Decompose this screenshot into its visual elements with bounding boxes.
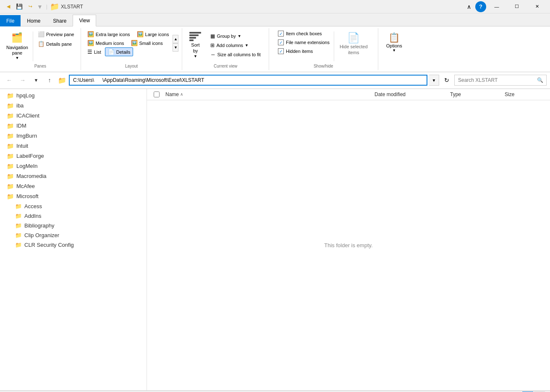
sidebar-item-label: CLR Security Config xyxy=(24,242,74,248)
options-label: Options xyxy=(386,43,402,48)
col-size-header[interactable]: Size xyxy=(503,91,545,98)
up-btn[interactable]: ↑ xyxy=(44,74,55,86)
sort-by-label: Sortby xyxy=(191,42,199,54)
col-date-header[interactable]: Date modified xyxy=(373,91,448,98)
refresh-btn[interactable]: ↻ xyxy=(441,74,453,86)
back-btn[interactable]: ← xyxy=(3,74,15,86)
sidebar-item-iba[interactable]: 📁 iba xyxy=(0,101,147,111)
tab-file[interactable]: File xyxy=(0,15,21,26)
sidebar-item-addins[interactable]: 📁 AddIns xyxy=(0,211,147,221)
sidebar-item-clip-organizer[interactable]: 📁 Clip Organizer xyxy=(0,230,147,240)
hide-selected-btn[interactable]: 📄 Hide selecteditems xyxy=(337,30,371,58)
sidebar-item-hpqLog[interactable]: 📁 hpqLog xyxy=(0,91,147,101)
details-btn[interactable]: 📄 Details xyxy=(105,47,134,56)
folder-icon: 📁 xyxy=(7,183,14,190)
layout-scroll-down[interactable]: ▼ xyxy=(173,43,178,52)
extra-large-icons-btn[interactable]: 🖼️ Extra large icons xyxy=(84,30,133,39)
list-btn[interactable]: ☰ List xyxy=(84,47,104,56)
nav-pane-icon: 🗂️ xyxy=(11,32,23,44)
title-controls: ∧ ? — ☐ ✕ xyxy=(464,0,547,13)
maximize-btn[interactable]: ☐ xyxy=(507,0,526,13)
col-type-label: Type xyxy=(450,91,461,97)
qa-undo-btn[interactable]: ↩ xyxy=(25,2,35,12)
folder-icon: 📁 xyxy=(7,173,14,180)
sidebar-item-bibliography[interactable]: 📁 Bibliography xyxy=(0,221,147,230)
tab-view[interactable]: View xyxy=(73,15,96,26)
size-all-label: Size all columns to fit xyxy=(217,52,260,57)
sort-by-btn[interactable]: Sortby ▼ xyxy=(186,30,205,61)
hide-selected-label: Hide selecteditems xyxy=(340,44,368,56)
options-btn[interactable]: 📋 Options ▼ xyxy=(382,30,407,55)
file-extensions-toggle[interactable]: File name extensions xyxy=(276,39,331,46)
checkboxes-group: Item check boxes File name extensions Hi… xyxy=(276,30,331,55)
large-icons-btn[interactable]: 🖼️ Large icons xyxy=(134,30,172,39)
tab-home[interactable]: Home xyxy=(21,15,47,26)
hidden-items-toggle[interactable]: Hidden items xyxy=(276,47,331,55)
address-dropdown[interactable]: ▼ xyxy=(429,75,439,86)
sidebar-item-logmein[interactable]: 📁 LogMeIn xyxy=(0,161,147,171)
status-bar: 0 items xyxy=(0,390,550,392)
sidebar-item-access[interactable]: 📁 Access xyxy=(0,201,147,211)
layout-scroll-up[interactable]: ▲ xyxy=(173,35,178,43)
address-bar: ← → ▼ ↑ 📁 ▼ ↻ 🔍 xyxy=(0,72,550,89)
tab-share[interactable]: Share xyxy=(47,15,73,26)
size-all-columns-btn[interactable]: ↔ Size all columns to fit xyxy=(207,50,263,59)
minimize-btn[interactable]: — xyxy=(487,0,506,13)
address-input[interactable] xyxy=(69,75,427,86)
small-icons-btn[interactable]: 🖼️ Small icons xyxy=(128,39,166,47)
sidebar-item-mcafee[interactable]: 📁 McAfee xyxy=(0,181,147,191)
folder-icon: 📁 xyxy=(7,193,14,200)
qa-save-btn[interactable]: 💾 xyxy=(14,2,24,12)
preview-pane-btn[interactable]: ⬜ Preview pane xyxy=(35,30,77,39)
sidebar-item-idm[interactable]: 📁 IDM xyxy=(0,121,147,131)
folder-icon-sm: 📁 xyxy=(15,222,22,229)
close-btn[interactable]: ✕ xyxy=(527,0,547,13)
nav-pane-btn[interactable]: 🗂️ Navigationpane ▼ xyxy=(3,30,31,63)
minimize-ribbon-btn[interactable]: ∧ xyxy=(464,1,474,12)
search-input[interactable] xyxy=(454,75,547,86)
sidebar-item-labelforge[interactable]: 📁 LabelForge xyxy=(0,151,147,161)
file-extensions-cb xyxy=(278,39,284,45)
col-type-header[interactable]: Type xyxy=(448,91,503,98)
recent-btn[interactable]: ▼ xyxy=(30,74,42,86)
sidebar-item-icaclient[interactable]: 📁 ICAClient xyxy=(0,111,147,121)
qa-back-btn[interactable]: ◀ xyxy=(3,2,13,12)
ribbon-group-show-hide: Item check boxes File name extensions Hi… xyxy=(269,28,378,70)
sidebar-item-clr-security-config[interactable]: 📁 CLR Security Config xyxy=(0,240,147,250)
sort-arrow-name: ∧ xyxy=(180,92,183,97)
hidden-items-cb xyxy=(278,48,284,54)
sidebar-item-label: LogMeIn xyxy=(16,163,38,169)
ribbon-group-current-view: Sortby ▼ ▦ Group by ▼ ⊞ Add columns xyxy=(182,28,269,70)
ribbon: File Home Share View 🗂️ Navigationpane ▼… xyxy=(0,13,550,72)
help-btn[interactable]: ? xyxy=(475,1,486,12)
item-checkboxes-toggle[interactable]: Item check boxes xyxy=(276,30,331,37)
col-size-label: Size xyxy=(505,91,514,97)
col-name-header[interactable]: Name ∧ xyxy=(164,91,373,98)
ribbon-content: 🗂️ Navigationpane ▼ ⬜ Preview pane 📋 Det… xyxy=(0,26,550,72)
show-hide-label: Show/hide xyxy=(314,64,333,68)
empty-message: This folder is empty. xyxy=(324,242,372,248)
layout-bot-row: ☰ List 📄 Details xyxy=(84,47,172,56)
small-label: Small icons xyxy=(139,41,163,46)
details-pane-icon: 📋 xyxy=(38,41,45,47)
group-by-btn[interactable]: ▦ Group by ▼ xyxy=(207,32,263,40)
details-pane-btn[interactable]: 📋 Details pane xyxy=(35,39,77,48)
sidebar-item-intuit[interactable]: 📁 Intuit xyxy=(0,141,147,151)
folder-icon: 📁 xyxy=(7,112,14,119)
col-checkbox-header[interactable] xyxy=(152,91,164,98)
sidebar: 📁 hpqLog 📁 iba 📁 ICAClient 📁 IDM 📁 ImgBu… xyxy=(0,89,147,390)
group-by-icon: ▦ xyxy=(210,33,215,39)
medium-icons-btn[interactable]: 🖼️ Medium icons xyxy=(84,39,127,47)
sidebar-item-imgburn[interactable]: 📁 ImgBurn xyxy=(0,131,147,141)
details-label: Details xyxy=(116,50,131,55)
forward-btn[interactable]: → xyxy=(17,74,29,86)
add-columns-btn[interactable]: ⊞ Add columns ▼ xyxy=(207,41,263,50)
sidebar-item-microsoft[interactable]: 📁 Microsoft xyxy=(0,191,147,201)
options-icon: 📋 xyxy=(388,32,400,43)
panes-label: Panes xyxy=(34,64,46,68)
options-arrow: ▼ xyxy=(392,48,396,52)
content-area: Name ∧ Date modified Type Size This fold… xyxy=(147,89,550,390)
sidebar-item-macromedia[interactable]: 📁 Macromedia xyxy=(0,171,147,181)
file-extensions-label: File name extensions xyxy=(286,40,330,45)
select-all-checkbox[interactable] xyxy=(154,91,160,97)
